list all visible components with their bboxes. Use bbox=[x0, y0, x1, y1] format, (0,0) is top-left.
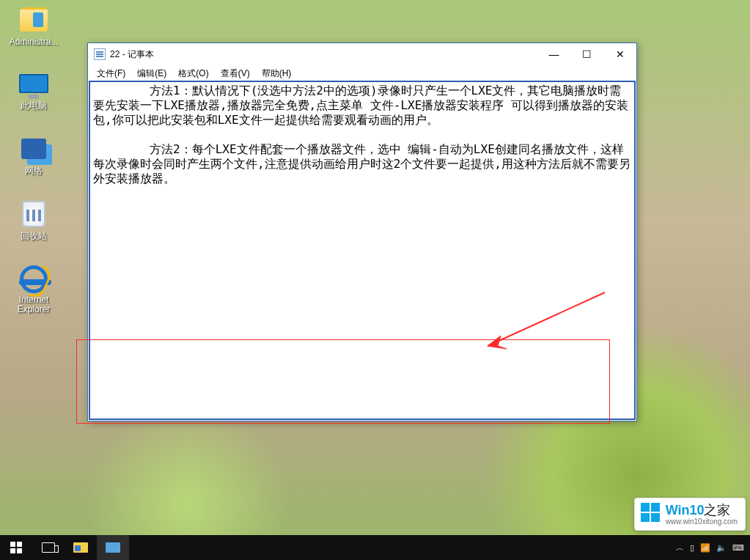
notepad-icon bbox=[94, 48, 106, 60]
system-tray: ︿ ▯ 📶 🔈 ⌨ bbox=[676, 542, 750, 553]
task-view-button[interactable] bbox=[32, 535, 65, 560]
tray-network-icon[interactable]: 📶 bbox=[700, 543, 710, 553]
recycle-bin-icon bbox=[22, 201, 45, 227]
desktop-icon-label: Administra... bbox=[4, 37, 63, 47]
desktop-icon-this-pc[interactable]: 此电脑 bbox=[4, 69, 63, 112]
tray-speaker-icon[interactable]: 🔈 bbox=[716, 543, 727, 553]
windows-logo-icon bbox=[641, 503, 661, 523]
title-bar[interactable]: 22 - 记事本 — ☐ ✕ bbox=[88, 43, 636, 65]
desktop-icon-network[interactable]: 网络 bbox=[4, 134, 63, 177]
desktop-icon-label: 回收站 bbox=[4, 230, 63, 243]
menu-help[interactable]: 帮助(H) bbox=[256, 66, 298, 81]
menu-format[interactable]: 格式(O) bbox=[172, 66, 214, 81]
file-explorer-button[interactable] bbox=[65, 535, 97, 560]
tray-ime-icon[interactable]: ⌨ bbox=[732, 543, 744, 553]
svg-rect-5 bbox=[17, 548, 22, 553]
taskbar: ︿ ▯ 📶 🔈 ⌨ bbox=[0, 535, 750, 560]
watermark-brand-a: Win10 bbox=[666, 503, 705, 517]
desktop-icon-admin[interactable]: Administra... bbox=[4, 6, 63, 47]
folder-user-icon bbox=[20, 10, 48, 32]
tray-chevron-icon[interactable]: ︿ bbox=[676, 542, 684, 553]
menu-bar: 文件(F) 编辑(E) 格式(O) 查看(V) 帮助(H) bbox=[88, 65, 636, 81]
desktop-icon-ie[interactable]: Internet Explorer bbox=[4, 265, 63, 314]
tray-battery-icon[interactable]: ▯ bbox=[690, 543, 694, 553]
windows-start-icon bbox=[10, 542, 22, 553]
desktop-icon-recycle-bin[interactable]: 回收站 bbox=[4, 199, 63, 243]
watermark-url: www.win10xitong.com bbox=[666, 517, 738, 526]
svg-rect-4 bbox=[10, 548, 15, 553]
maximize-button[interactable]: ☐ bbox=[570, 43, 603, 65]
watermark-badge: Win10之家 www.win10xitong.com bbox=[634, 498, 746, 531]
desktop-icon-label: 此电脑 bbox=[4, 100, 63, 112]
window-title: 22 - 记事本 bbox=[110, 48, 537, 61]
watermark-brand-b: 之家 bbox=[704, 503, 730, 517]
close-button[interactable]: ✕ bbox=[603, 43, 636, 65]
desktop-icons: Administra... 此电脑 网络 回收站 Internet Explor… bbox=[4, 6, 63, 336]
notepad-window: 22 - 记事本 — ☐ ✕ 文件(F) 编辑(E) 格式(O) 查看(V) 帮… bbox=[87, 43, 637, 421]
menu-edit[interactable]: 编辑(E) bbox=[131, 66, 172, 81]
task-view-icon bbox=[42, 542, 55, 553]
svg-rect-2 bbox=[10, 542, 15, 547]
taskbar-app-active[interactable] bbox=[97, 535, 129, 560]
ie-icon bbox=[20, 265, 48, 293]
network-icon bbox=[21, 139, 46, 159]
notepad-textarea[interactable] bbox=[89, 81, 635, 419]
app-icon bbox=[106, 542, 120, 553]
svg-rect-3 bbox=[17, 542, 22, 547]
start-button[interactable] bbox=[0, 535, 32, 560]
menu-file[interactable]: 文件(F) bbox=[91, 66, 131, 81]
menu-view[interactable]: 查看(V) bbox=[215, 66, 256, 81]
file-explorer-icon bbox=[73, 542, 88, 553]
window-controls: — ☐ ✕ bbox=[537, 43, 636, 65]
desktop-icon-label: 网络 bbox=[4, 165, 63, 177]
desktop-icon-label: Internet Explorer bbox=[4, 295, 63, 314]
pc-icon bbox=[19, 74, 48, 93]
minimize-button[interactable]: — bbox=[537, 43, 570, 65]
